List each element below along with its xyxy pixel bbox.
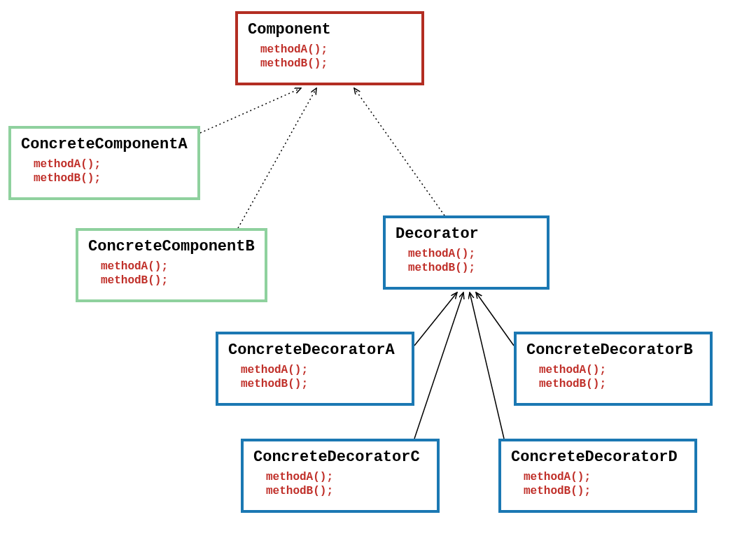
class-box-concrete-component-b: ConcreteComponentB methodA(); methodB(); <box>76 228 267 302</box>
class-box-decorator: Decorator methodA(); methodB(); <box>383 215 550 290</box>
class-box-component: Component methodA(); methodB(); <box>235 11 424 85</box>
class-methods: methodA(); methodB(); <box>396 247 537 275</box>
arrow-concreteDecoratorC-to-decorator <box>414 292 463 439</box>
class-methods: methodA(); methodB(); <box>88 260 255 288</box>
class-methods: methodA(); methodB(); <box>253 470 427 498</box>
class-methods: methodA(); methodB(); <box>21 157 188 185</box>
class-box-concrete-decorator-c: ConcreteDecoratorC methodA(); methodB(); <box>241 439 440 513</box>
class-box-concrete-decorator-a: ConcreteDecoratorA methodA(); methodB(); <box>216 332 414 406</box>
class-box-concrete-decorator-d: ConcreteDecoratorD methodA(); methodB(); <box>498 439 697 513</box>
class-methods: methodA(); methodB(); <box>248 43 412 71</box>
class-methods: methodA(); methodB(); <box>228 363 402 391</box>
class-title: Decorator <box>396 225 537 243</box>
class-title: ConcreteComponentB <box>88 238 255 255</box>
class-title: ConcreteDecoratorA <box>228 341 402 359</box>
arrow-concreteDecoratorA-to-decorator <box>414 292 457 346</box>
arrow-concreteComponentB-to-component <box>238 88 316 228</box>
arrow-concreteDecoratorB-to-decorator <box>476 292 514 346</box>
arrow-concreteDecoratorD-to-decorator <box>470 292 504 439</box>
class-box-concrete-component-a: ConcreteComponentA methodA(); methodB(); <box>8 126 200 200</box>
arrow-decorator-to-component <box>354 88 444 215</box>
class-methods: methodA(); methodB(); <box>526 363 700 391</box>
class-title: ConcreteComponentA <box>21 136 188 153</box>
class-methods: methodA(); methodB(); <box>511 470 685 498</box>
class-title: ConcreteDecoratorD <box>511 448 685 466</box>
class-box-concrete-decorator-b: ConcreteDecoratorB methodA(); methodB(); <box>514 332 713 406</box>
class-title: ConcreteDecoratorB <box>526 341 700 359</box>
class-title: ConcreteDecoratorC <box>253 448 427 466</box>
arrow-concreteComponentA-to-component <box>200 88 301 133</box>
class-title: Component <box>248 21 412 38</box>
